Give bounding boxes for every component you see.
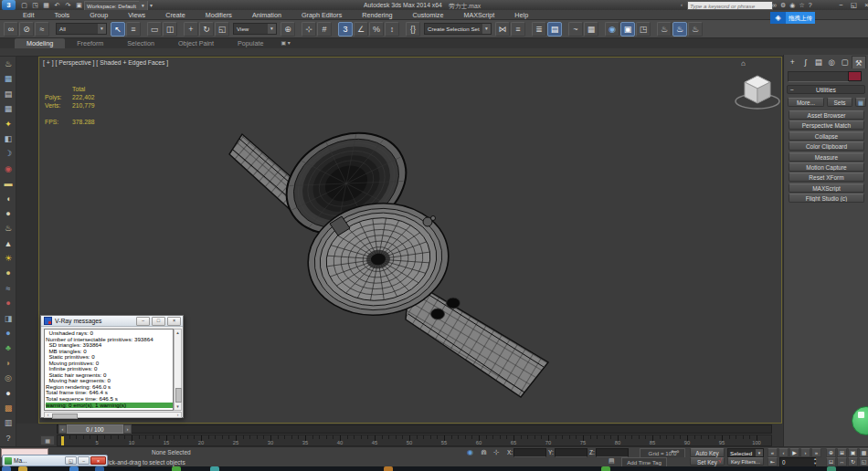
time-slider-value[interactable]: 0 / 100 [67,424,123,434]
tree-icon[interactable]: ♣ [0,340,16,355]
track-bar-ruler[interactable]: 5101520253035404550556065707580859095100 [57,434,772,446]
rollout-collapse-icon[interactable]: − [790,86,794,95]
taskbar-app-icon[interactable] [2,466,11,471]
material-editor-icon[interactable]: ◉ [605,22,619,37]
zoom-all-button[interactable]: ⊞ [837,448,847,457]
spreadsheet-icon[interactable]: ▦ [0,101,16,116]
minimize-button[interactable]: − [837,1,845,9]
taskbar-app-icon[interactable] [384,466,393,471]
named-selection-sets-icon[interactable]: {} [406,22,420,37]
vray-minimize-button[interactable]: − [136,317,150,326]
film-reel-icon[interactable]: ◉ [0,162,16,176]
menu-maxscript[interactable]: MAXScript [453,10,504,20]
curve-editor-icon[interactable]: ~ [568,22,583,37]
bird-icon[interactable]: ◗ [0,356,16,371]
ribbon-tab-modeling[interactable]: Modeling [15,38,65,48]
mirror-icon[interactable]: ⋈ [495,22,510,37]
time-slider-track[interactable] [57,424,772,434]
menu-edit[interactable]: Edit [13,10,44,20]
peek-minimize-button[interactable]: − [78,456,90,465]
render-frame-icon[interactable]: ▦ [0,71,16,86]
utilities-config-icon[interactable]: ▦ [855,98,866,107]
menu-group[interactable]: Group [79,10,118,20]
vray-close-button[interactable]: × [167,317,181,326]
peek-restore-button[interactable]: ◱ [65,456,77,465]
search-input[interactable] [687,1,773,10]
time-slider-handle[interactable]: ‹ 0 / 100 › [58,424,132,434]
ribbon-tab-object-paint[interactable]: Object Paint [166,38,226,48]
unlink-selection-icon[interactable]: ⊘ [19,22,34,37]
ribbon-toggle-icon[interactable]: ▤ [547,22,562,37]
pan-button[interactable]: ↔ [837,457,847,466]
selection-filter-dropdown[interactable]: All▾ [56,23,107,35]
moon-icon[interactable]: ☽ [0,146,16,161]
vray-horizontal-scrollbar[interactable]: ‹ › [44,412,182,418]
sets-button[interactable]: Sets [827,98,852,107]
max-logo-button[interactable]: 3 [2,0,16,10]
ribbon-tab-populate[interactable]: Populate [226,38,275,48]
auto-key-button[interactable]: Auto Key [690,448,725,457]
vray-hscroll-thumb[interactable] [52,413,78,419]
help-icon[interactable]: ? [809,2,812,8]
zoom-extents-button[interactable]: ▣ [848,448,858,457]
frame-spinner[interactable]: ▴ ▾ [814,457,816,466]
cone-primitive-icon[interactable]: ▲ [0,236,16,251]
ribbon-panel-strip[interactable]: Polygon Modeling [0,48,868,57]
favorites-star-icon[interactable]: ☆ [799,2,804,9]
menu-modifiers[interactable]: Modifiers [196,10,242,20]
angle-snap-icon[interactable]: ∠ [354,22,368,37]
key-filters-button[interactable]: Key Filters... [727,457,764,466]
next-frame-nudge-button[interactable]: › [123,424,132,434]
snail-icon[interactable]: ◎ [0,371,16,385]
vray-log-list[interactable]: Unshaded rays: 0Number of intersectable … [44,329,174,411]
key-filter-scope-dropdown[interactable]: Selected ▾ [727,448,764,457]
tab-display[interactable]: ▢ [838,56,851,68]
vray-vertical-scrollbar[interactable]: ▴ ▾ [174,329,182,411]
geosphere-icon[interactable]: ● [0,266,16,280]
play-button[interactable]: ▶ [789,448,799,457]
y-coordinate-field[interactable] [555,448,587,457]
zoom-extents-all-button[interactable]: ▩ [859,448,868,457]
select-object-icon[interactable]: ↖ [111,22,125,37]
menu-rendering[interactable]: Rendering [352,10,402,20]
utility-button-asset-browser[interactable]: Asset Browser [789,110,864,120]
select-and-scale-icon[interactable]: ◱ [215,22,229,37]
z-coordinate-field[interactable] [596,448,629,457]
keyboard-override-icon[interactable]: # [317,22,332,37]
vray-maximize-button[interactable]: □ [152,317,165,326]
snaps-toggle-icon[interactable]: 3 [338,22,353,37]
utility-button-maxscript[interactable]: MAXScript [789,183,864,193]
select-and-link-icon[interactable]: ∞ [4,22,18,37]
mini-curve-editor-button[interactable]: ▦ [40,435,55,445]
utility-button-reset-xform[interactable]: Reset XForm [789,173,864,182]
zoom-button[interactable]: ⊕ [826,448,836,457]
sphere-primitive-icon[interactable]: ● [0,206,16,221]
new-file-button[interactable]: ▢ [20,1,28,9]
tab-hierarchy[interactable]: ▤ [812,56,825,68]
taskbar-app-icon[interactable] [69,466,79,471]
set-key-check-icon[interactable]: √ [718,457,722,464]
window-crossing-icon[interactable]: ◫ [163,22,177,37]
menu-graph-editors[interactable]: Graph Editors [291,10,352,20]
taskbar-app-icon[interactable] [601,466,610,471]
light-icon[interactable]: ✦ [0,117,16,131]
sign-in-icon[interactable]: ◉ [789,2,795,9]
previous-frame-button[interactable]: ‹ [778,448,789,457]
dome-primitive-icon[interactable]: ◖ [0,192,16,206]
viewport-label[interactable]: [ + ] [ Perspective ] [ Shaded + Edged F… [43,59,168,66]
activeshade-icon[interactable]: ♨ [688,22,703,37]
select-and-move-icon[interactable]: + [184,22,198,37]
workspace-flyout-icon[interactable]: ▾ [150,2,153,8]
search-flyout-icon[interactable]: ‹ [681,2,683,7]
rendered-frame-window-icon[interactable]: ◳ [636,22,651,37]
camera-body-icon[interactable]: ◨ [0,311,16,326]
previous-frame-nudge-button[interactable]: ‹ [58,424,67,434]
settings-wrench-icon[interactable]: ⚙ [780,2,786,9]
waves-icon[interactable]: ≈ [0,281,16,296]
render-production-icon[interactable]: ♨ [657,22,672,37]
menu-animation[interactable]: Animation [242,10,291,20]
color-grid-icon[interactable]: ▩ [0,401,16,415]
select-by-name-icon[interactable]: ≡ [126,22,141,37]
scroll-right-icon[interactable]: › [175,413,181,417]
go-to-start-button[interactable]: « [767,448,778,457]
